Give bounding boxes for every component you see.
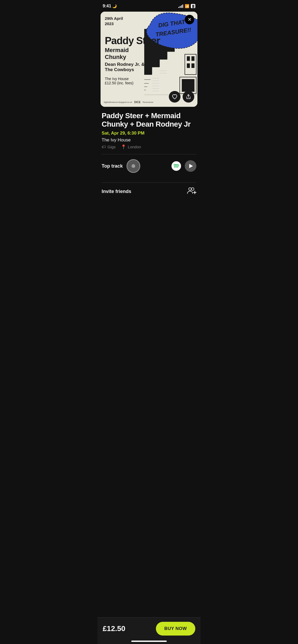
bottom-spacer xyxy=(97,200,201,227)
tag-location-label: London xyxy=(128,145,141,149)
tag-location-icon: 📍 xyxy=(121,144,126,149)
invite-friends-section[interactable]: Invite friends xyxy=(97,183,201,200)
poster-date: 29th April2023 xyxy=(105,16,193,26)
share-icon xyxy=(186,94,191,100)
poster-logo-dice: DICE xyxy=(134,101,141,104)
status-time: 9:41 xyxy=(103,4,111,8)
favorite-button[interactable] xyxy=(169,91,180,103)
invite-friends-icon xyxy=(187,187,196,196)
play-icon xyxy=(189,164,193,168)
add-friends-icon xyxy=(187,187,196,194)
poster-logos: digthattreasure.blogspot.co.uk DICE Reso… xyxy=(104,101,168,104)
tag-gigs-icon: 🏷 xyxy=(102,145,106,149)
event-tag-gigs: 🏷 Gigs xyxy=(102,145,116,149)
top-track-right xyxy=(170,160,196,172)
poster-artist-main: Paddy Steer xyxy=(105,36,193,46)
status-bar: 9:41 🌙 📶 ▓ xyxy=(97,0,201,11)
poster-price: £12.50 (inc. fees) xyxy=(105,81,193,85)
wifi-icon: 📶 xyxy=(185,4,189,8)
top-track-label: Top track xyxy=(102,163,123,169)
poster-venue-info: The Ivy House £12.50 (inc. fees) xyxy=(105,77,193,85)
poster-artists: Paddy Steer MermaidChunky Dean Rodney Jr… xyxy=(105,36,193,72)
status-icons: 📶 ▓ xyxy=(178,4,195,8)
poster-logo-resonance: Resonance xyxy=(143,101,153,103)
spotify-icon xyxy=(171,161,181,171)
battery-icon: ▓ xyxy=(191,4,195,8)
event-title: Paddy Steer + Mermaid Chunky + Dean Rodn… xyxy=(102,112,196,128)
play-button[interactable] xyxy=(185,160,196,172)
event-poster-card: 29th April2023 DIG THAT TREASURE!! Paddy… xyxy=(101,12,197,107)
event-tags: 🏷 Gigs 📍 London xyxy=(102,144,196,149)
close-button[interactable]: ✕ xyxy=(185,15,194,24)
invite-friends-label: Invite friends xyxy=(102,189,131,194)
poster-venue-name: The Ivy House xyxy=(105,77,193,81)
top-track-section: Top track xyxy=(97,154,201,178)
poster-action-buttons xyxy=(169,91,194,103)
event-tag-location: 📍 London xyxy=(121,144,141,149)
close-icon: ✕ xyxy=(188,17,192,22)
event-datetime: Sat, Apr 29, 6:30 PM xyxy=(102,131,196,136)
spotify-button[interactable] xyxy=(170,160,182,172)
poster-artist-opener: Dean Rodney Jr. &The Cowboys xyxy=(105,62,193,72)
track-disc-inner xyxy=(132,164,135,168)
svg-point-30 xyxy=(189,188,191,190)
heart-icon xyxy=(172,94,178,100)
tag-gigs-label: Gigs xyxy=(107,145,116,149)
moon-icon: 🌙 xyxy=(112,4,117,8)
poster-logo-website: digthattreasure.blogspot.co.uk xyxy=(104,101,132,103)
event-venue: The Ivy House xyxy=(102,137,196,143)
share-button[interactable] xyxy=(183,91,194,103)
signal-icon xyxy=(178,4,183,8)
top-track-left: Top track xyxy=(102,159,140,173)
event-details: Paddy Steer + Mermaid Chunky + Dean Rodn… xyxy=(97,107,201,149)
svg-point-31 xyxy=(191,188,194,190)
poster-artist-support: MermaidChunky xyxy=(105,47,193,61)
track-disc xyxy=(127,159,140,173)
